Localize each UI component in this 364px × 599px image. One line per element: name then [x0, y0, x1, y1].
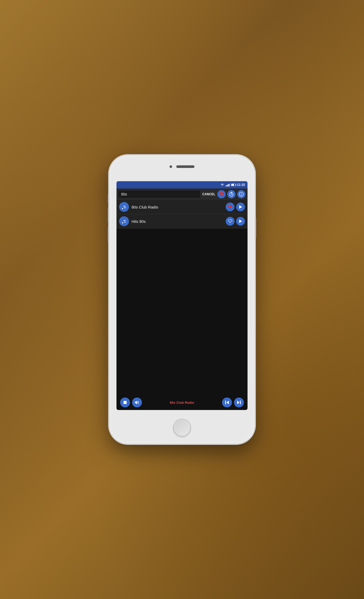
search-bar: CANCEL — [116, 188, 248, 200]
phone-frame: 11:15 CANCEL — [109, 155, 255, 444]
app-container: 11:15 CANCEL — [116, 181, 248, 410]
play-icon — [239, 205, 242, 209]
station-actions-1 — [226, 203, 245, 211]
signal-icon — [226, 183, 230, 186]
now-playing-label: 80s Club Radio — [144, 401, 220, 405]
volume-button[interactable] — [132, 398, 142, 407]
cancel-button[interactable]: CANCEL — [202, 191, 216, 197]
svg-text:i: i — [241, 193, 242, 196]
phone-screen: 11:15 CANCEL — [116, 181, 248, 410]
battery-icon — [231, 184, 236, 186]
svg-rect-12 — [225, 401, 226, 404]
favorite-filter-button[interactable] — [217, 190, 226, 198]
station-row: Hits 80s — [116, 214, 248, 229]
status-icons: 11:15 — [220, 183, 245, 187]
next-button[interactable] — [234, 398, 244, 407]
prev-icon — [225, 400, 229, 405]
station-actions-2 — [226, 217, 245, 226]
station-row: 80s Club Radio — [116, 200, 248, 214]
station-name-1: 80s Club Radio — [132, 205, 223, 209]
timer-icon — [229, 192, 234, 197]
play-icon — [239, 219, 242, 223]
station-list: 80s Club Radio — [116, 200, 248, 395]
svg-marker-11 — [226, 401, 229, 404]
wifi-icon — [220, 183, 224, 186]
station-music-icon — [119, 216, 129, 226]
heart-filled-icon — [219, 192, 224, 196]
volume-up-button[interactable] — [108, 207, 109, 223]
station-music-icon — [119, 202, 129, 212]
station-name-2: Hits 80s — [132, 219, 223, 224]
prev-button[interactable] — [222, 398, 232, 407]
heart-filled-icon — [228, 205, 232, 209]
power-button[interactable] — [255, 218, 256, 238]
svg-rect-14 — [240, 401, 241, 404]
volume-down-button[interactable] — [108, 227, 109, 242]
bottom-bar: 80s Club Radio — [116, 395, 248, 410]
info-button[interactable]: i — [237, 190, 245, 198]
home-button[interactable] — [173, 419, 191, 437]
favorite-button-1[interactable] — [226, 203, 235, 211]
play-button-1[interactable] — [236, 203, 245, 211]
stop-icon — [123, 401, 127, 404]
music-note-icon — [121, 205, 127, 209]
info-icon: i — [239, 192, 244, 197]
favorite-button-2[interactable] — [226, 217, 235, 226]
next-icon — [237, 400, 241, 405]
svg-marker-8 — [239, 219, 242, 223]
front-camera — [170, 165, 172, 168]
play-button-2[interactable] — [236, 217, 245, 226]
svg-rect-9 — [124, 401, 127, 404]
phone-top-notch — [159, 163, 205, 170]
timer-button[interactable] — [227, 190, 236, 198]
svg-marker-7 — [239, 205, 242, 209]
heart-outline-icon — [228, 219, 232, 223]
stop-button[interactable] — [120, 398, 130, 407]
svg-marker-10 — [135, 401, 137, 404]
status-bar: 11:15 — [116, 181, 248, 188]
music-note-icon — [121, 219, 127, 224]
speaker-grille — [176, 165, 194, 168]
search-input[interactable] — [119, 191, 200, 198]
silent-button[interactable] — [108, 194, 109, 203]
svg-marker-13 — [237, 401, 239, 404]
volume-icon — [135, 400, 139, 405]
bottom-right-controls — [222, 398, 244, 407]
status-time: 11:15 — [237, 183, 245, 187]
